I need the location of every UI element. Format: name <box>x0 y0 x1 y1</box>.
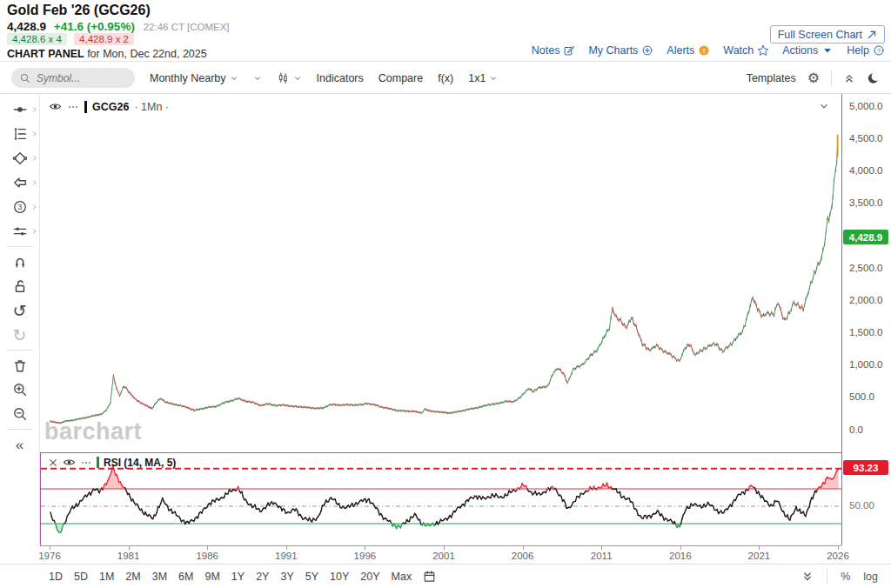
header-link-label: Watch <box>723 44 754 57</box>
y-axis-label: 2,500.0 <box>849 263 882 273</box>
sliders-tool-icon <box>12 224 28 239</box>
sidebar-tool-delete-drawings[interactable] <box>0 353 40 378</box>
sidebar-separator <box>7 350 33 351</box>
indicators-button[interactable]: Indicators <box>317 72 364 84</box>
sidebar-tool-undo[interactable]: ↺ <box>0 298 40 323</box>
fx-button[interactable]: f(x) <box>438 72 453 84</box>
redo-icon: ↻ <box>13 327 27 344</box>
header-link-my-charts[interactable]: My Charts <box>588 44 653 57</box>
price-axis[interactable]: 4,428.9 93.23 50.00 5,000.04,500.04,000.… <box>841 94 891 545</box>
chevron-down-icon <box>230 74 238 83</box>
range-buttons: 1D5D1M2M3M6M9M1Y2Y3Y5Y10Y20YMax <box>49 571 412 583</box>
range-button-1m[interactable]: 1M <box>99 571 114 583</box>
full-screen-chart-label: Full Screen Chart <box>778 29 862 41</box>
symbol-search[interactable] <box>11 68 135 88</box>
toolbar-separator <box>831 70 832 86</box>
aggregation-dropdown[interactable] <box>253 74 262 83</box>
sidebar-tool-fibonacci-tool[interactable] <box>0 122 40 146</box>
range-button-5d[interactable]: 5D <box>74 571 88 583</box>
y-axis-label: 1,500.0 <box>849 327 882 337</box>
sidebar-tool-redo[interactable]: ↻ <box>0 323 40 347</box>
sidebar-tool-lines-tool[interactable] <box>0 219 40 244</box>
range-button-2m[interactable]: 2M <box>125 571 140 583</box>
collapse-panel-icon[interactable] <box>843 72 855 84</box>
gear-icon[interactable]: ⚙ <box>807 71 820 85</box>
y-axis-label: 5,000.0 <box>849 101 882 111</box>
sidebar-tool-shapes-tool[interactable] <box>0 146 40 170</box>
full-screen-chart-button[interactable]: Full Screen Chart <box>770 25 885 43</box>
range-button-3m[interactable]: 3M <box>152 571 167 583</box>
sidebar-tool-zoom-out[interactable] <box>0 402 40 426</box>
x-axis-tick <box>50 546 50 550</box>
log-scale-button[interactable]: log <box>863 571 878 583</box>
sidebar-tool-counter-tool[interactable]: 3 <box>0 195 40 219</box>
bid-ask-row: 4,428.6 x 4 4,428.9 x 2 <box>7 34 134 44</box>
range-button-1d[interactable]: 1D <box>49 571 63 583</box>
search-icon <box>19 72 31 84</box>
compare-button[interactable]: Compare <box>379 72 423 84</box>
range-button-2y[interactable]: 2Y <box>256 571 269 583</box>
range-button-5y[interactable]: 5Y <box>305 571 318 583</box>
drawing-toolbar: 3↺↻« <box>0 94 40 545</box>
fullscreen-arrow-icon <box>867 30 877 40</box>
count-tool-icon: 3 <box>12 199 28 215</box>
rsi-pane[interactable]: RSI (14, MA, 5) <box>40 452 841 545</box>
x-axis-tick <box>286 546 287 550</box>
header-link-notes[interactable]: Notes <box>532 44 576 57</box>
range-button-20y[interactable]: 20Y <box>360 571 379 583</box>
collapse-ranges-icon[interactable] <box>801 571 814 583</box>
sidebar-tool-unlock-drawings[interactable] <box>0 274 40 298</box>
legend-symbol: GCG26 <box>92 101 129 113</box>
header-link-watch[interactable]: Watch <box>723 44 769 57</box>
eye-icon[interactable] <box>49 100 62 113</box>
shapes-tool-icon <box>12 150 28 166</box>
cursor-tool-icon <box>12 102 28 117</box>
range-button-10y[interactable]: 10Y <box>330 571 349 583</box>
symbol-search-input[interactable] <box>37 72 124 84</box>
sidebar-tool-collapse-drawing-toolbar[interactable]: « <box>0 432 40 457</box>
calendar-icon[interactable] <box>423 570 436 583</box>
more-options-icon[interactable] <box>67 101 79 113</box>
price-pane[interactable]: GCG26 · 1Mn · barchart <box>40 94 841 452</box>
sidebar-tool-magnet-mode[interactable] <box>0 250 40 274</box>
more-options-icon[interactable] <box>80 457 92 469</box>
frequency-dropdown[interactable]: Monthly Nearby <box>150 72 238 84</box>
templates-button[interactable]: Templates <box>747 72 796 84</box>
close-icon[interactable] <box>48 458 58 468</box>
sidebar-tool-annotation-tool[interactable] <box>0 97 40 122</box>
y-axis-label: 3,500.0 <box>849 197 882 208</box>
layout-dropdown[interactable]: 1x1 <box>468 72 498 84</box>
time-axis[interactable]: 1976198119861991199620012006201120162021… <box>40 545 841 564</box>
y-axis-label: 4,500.0 <box>849 133 882 144</box>
y-axis-label: 1,000.0 <box>849 359 882 370</box>
range-button-max[interactable]: Max <box>392 571 412 583</box>
y-axis-label: 500.0 <box>849 391 874 402</box>
trash-icon <box>12 357 28 373</box>
header-link-label: Notes <box>532 44 560 57</box>
price-change: +41.6 (+0.95%) <box>54 20 135 33</box>
range-button-9m[interactable]: 9M <box>204 571 219 583</box>
header-link-actions[interactable]: Actions <box>782 44 834 57</box>
magnet-icon <box>12 254 28 270</box>
bid-quote: 4,428.6 x 4 <box>7 33 67 45</box>
header: Gold Feb '26 (GCG26) 4,428.9 +41.6 (+0.9… <box>0 0 891 62</box>
percent-scale-button[interactable]: % <box>841 571 850 583</box>
eye-icon[interactable] <box>63 456 76 469</box>
rsi-color-bar <box>97 457 99 468</box>
pane-collapse-icon[interactable] <box>819 101 829 111</box>
dark-mode-icon[interactable] <box>867 71 881 85</box>
header-link-label: Actions <box>782 44 818 57</box>
zoom-out-icon <box>12 406 28 422</box>
sidebar-tool-arrow-tool[interactable] <box>0 170 40 195</box>
range-button-3y[interactable]: 3Y <box>280 571 293 583</box>
range-button-6m[interactable]: 6M <box>178 571 193 583</box>
range-button-1y[interactable]: 1Y <box>231 571 245 583</box>
price-chart[interactable] <box>40 94 841 452</box>
header-link-help[interactable]: Help? <box>847 44 885 57</box>
sidebar-tool-zoom-in[interactable] <box>0 378 40 402</box>
chart-type-dropdown[interactable] <box>277 71 302 84</box>
panel-date: for Mon, Dec 22nd, 2025 <box>84 48 207 60</box>
current-price-badge: 4,428.9 <box>843 230 888 244</box>
header-link-alerts[interactable]: Alerts! <box>667 44 710 57</box>
quote-time: 22:46 CT [COMEX] <box>144 22 230 32</box>
